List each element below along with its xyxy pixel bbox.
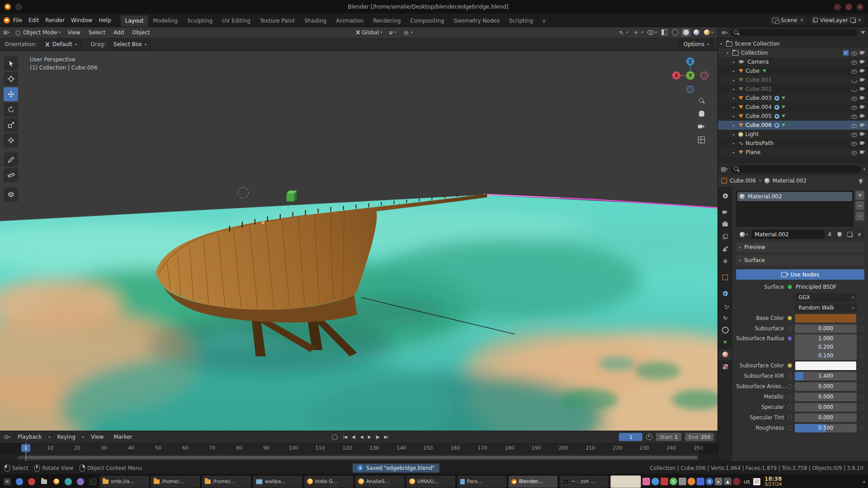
frame-start-field[interactable]: Start1 xyxy=(656,433,681,441)
disclosure-icon[interactable]: ▸ xyxy=(733,114,739,118)
decorator-dot[interactable] xyxy=(860,327,864,331)
decorator-dot[interactable] xyxy=(860,337,864,341)
transform-tool[interactable] xyxy=(4,133,18,147)
add-workspace-button[interactable]: + xyxy=(538,16,550,27)
disclosure-icon[interactable]: ▸ xyxy=(733,105,739,109)
menu-file[interactable]: File xyxy=(10,15,25,25)
frame-end-field[interactable]: End250 xyxy=(685,433,714,441)
disclosure-icon[interactable]: ▸ xyxy=(733,96,739,100)
hide-eye-icon[interactable] xyxy=(851,122,857,128)
taskbar-window-blank[interactable] xyxy=(610,475,641,488)
render-visibility-icon[interactable] xyxy=(859,86,866,92)
tray-sync-icon[interactable] xyxy=(651,478,659,485)
outliner-row-plane[interactable]: ▸ Plane xyxy=(718,148,868,157)
material-name-field[interactable]: Material.002 xyxy=(751,230,825,239)
browse-material-button[interactable]: ▾ xyxy=(736,230,751,239)
outliner-editor-icon[interactable]: ≡▾ xyxy=(721,29,728,36)
subsurface-ior-slider[interactable]: 1.400 xyxy=(795,372,857,380)
users-count-button[interactable]: 4 xyxy=(825,230,835,239)
tray-clipboard-icon[interactable] xyxy=(679,478,686,485)
taskbar-window-uma[interactable]: UMA/U... xyxy=(406,475,456,488)
unlink-scene-icon[interactable]: × xyxy=(800,17,804,23)
hide-eye-icon[interactable] xyxy=(851,86,857,92)
tab-modifiers[interactable] xyxy=(719,288,731,299)
menu-playback[interactable]: Playback xyxy=(14,432,45,442)
taskbar-window-zsh[interactable]: >_~ : zsh ... xyxy=(559,475,609,488)
menu-marker[interactable]: Marker xyxy=(110,432,135,442)
hide-eye-icon[interactable] xyxy=(851,50,857,56)
tray-shield-icon[interactable] xyxy=(733,478,741,485)
annotate-tool[interactable] xyxy=(4,153,18,167)
tab-particles[interactable] xyxy=(719,300,731,311)
tab-output[interactable] xyxy=(719,219,731,230)
timeline-track-area[interactable]: 1 10 20 30 40 50 60 70 80 90 100 110 120… xyxy=(0,443,717,461)
object-origin-dot[interactable] xyxy=(262,221,264,224)
decorator-dot[interactable] xyxy=(860,354,864,358)
render-visibility-icon[interactable] xyxy=(859,77,866,83)
render-visibility-icon[interactable] xyxy=(859,50,866,56)
keying-clock-icon[interactable] xyxy=(646,434,652,440)
render-visibility-icon[interactable] xyxy=(859,122,866,128)
specular-slider[interactable]: 0.000 xyxy=(795,403,857,412)
distribution-dropdown[interactable]: GGX▾ xyxy=(795,293,857,302)
timeline-keyframe-area[interactable] xyxy=(0,454,717,461)
toggle-perspective-button[interactable] xyxy=(698,136,705,143)
properties-options-icon[interactable]: ▾ xyxy=(863,167,865,171)
disclosure-icon[interactable]: ▸ xyxy=(733,60,739,64)
decorator-dot[interactable] xyxy=(860,416,864,420)
disclosure-icon[interactable]: ▾ xyxy=(726,51,732,55)
tab-shading[interactable]: Shading xyxy=(300,15,331,27)
taskbar-window-home-2[interactable]: /home/... xyxy=(202,475,251,488)
subsurface-aniso-slider[interactable]: 0.000 xyxy=(795,382,857,391)
tab-modeling[interactable]: Modeling xyxy=(149,15,183,27)
timeline-scrollbar[interactable] xyxy=(18,456,698,459)
tab-render[interactable] xyxy=(719,207,731,217)
frame-ruler[interactable]: 1 10 20 30 40 50 60 70 80 90 100 110 120… xyxy=(0,443,717,454)
launcher-browser-icon[interactable] xyxy=(14,476,25,487)
move-tool[interactable] xyxy=(4,87,18,101)
use-nodes-button[interactable]: Use Nodes xyxy=(736,269,864,280)
new-view-layer-icon[interactable] xyxy=(850,18,855,23)
orientation-dropdown[interactable]: Default▾ xyxy=(41,40,81,49)
hide-eye-icon[interactable] xyxy=(851,141,857,146)
render-visibility-icon[interactable] xyxy=(859,113,866,119)
disclosure-icon[interactable]: ▸ xyxy=(733,69,739,73)
tray-network-icon[interactable]: ▲ xyxy=(724,478,731,485)
subsurface-radius-x-field[interactable]: 1.000 xyxy=(795,334,857,343)
specular-tint-slider[interactable]: 0.000 xyxy=(795,413,857,422)
add-slot-button[interactable]: + xyxy=(855,191,864,200)
outliner-row-camera[interactable]: ▸ Camera xyxy=(718,57,868,66)
selectability-visibility-button[interactable]: ⇖▾ xyxy=(616,28,630,37)
slot-specials-button[interactable]: ▾ xyxy=(855,211,864,221)
browse-scene-icon[interactable] xyxy=(772,18,778,23)
hide-eye-icon[interactable] xyxy=(851,59,857,65)
render-visibility-icon[interactable] xyxy=(859,131,866,137)
show-overlays-button[interactable]: ▾ xyxy=(646,28,659,37)
hide-eye-icon[interactable] xyxy=(851,131,857,137)
outliner-row-cube-002[interactable]: ▸ Cube.002 xyxy=(718,84,868,94)
render-visibility-icon[interactable] xyxy=(859,95,866,101)
collection-checkbox[interactable]: ✓ xyxy=(843,50,849,56)
mode-dropdown[interactable]: ▢Object Mode▾ xyxy=(13,28,62,37)
tab-scene[interactable] xyxy=(719,244,731,254)
tray-notes-icon[interactable] xyxy=(753,478,760,485)
shading-rendered-button[interactable]: ▾ xyxy=(702,28,715,37)
metallic-slider[interactable]: 0.000 xyxy=(795,393,857,401)
properties-search-input[interactable] xyxy=(731,165,861,173)
auto-key-button[interactable] xyxy=(332,434,338,440)
remove-view-layer-icon[interactable]: × xyxy=(858,17,862,23)
hide-eye-icon[interactable] xyxy=(851,104,857,110)
menu-select[interactable]: Select xyxy=(86,28,108,37)
decorator-dot[interactable] xyxy=(860,345,864,349)
render-visibility-icon[interactable] xyxy=(859,150,866,155)
taskbar-window-wallpaper[interactable]: wallpa... xyxy=(253,475,302,488)
jump-to-start-button[interactable]: |◀ xyxy=(341,434,349,440)
tab-view-layer[interactable] xyxy=(719,231,731,242)
menu-timeline-view[interactable]: View xyxy=(88,432,107,442)
launcher-app-menu-icon[interactable]: ≡ xyxy=(2,476,13,487)
taskbar-window-indie[interactable]: Indie G... xyxy=(304,475,354,488)
outliner-search-input[interactable] xyxy=(731,29,858,37)
tray-bluetooth-icon[interactable]: B xyxy=(706,478,713,485)
disclosure-icon[interactable]: ▸ xyxy=(733,132,739,136)
shading-wireframe-button[interactable] xyxy=(670,28,680,37)
